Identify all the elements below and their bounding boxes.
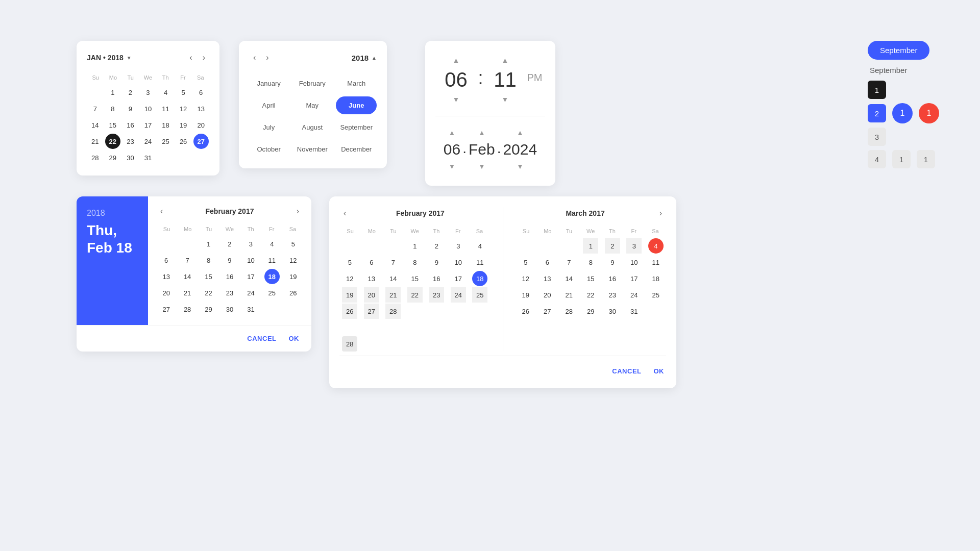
day-4[interactable]: 4 (158, 85, 174, 100)
left-day-2[interactable]: 2 (429, 238, 444, 254)
right-day-30[interactable]: 30 (605, 304, 620, 319)
left-day-9[interactable]: 9 (429, 255, 444, 270)
left-day-5[interactable]: 5 (342, 255, 357, 270)
right-day-14[interactable]: 14 (561, 271, 577, 286)
month-november[interactable]: November (292, 140, 332, 158)
left-day-12[interactable]: 12 (342, 271, 357, 286)
month-up-icon[interactable]: ▲ (478, 129, 485, 137)
sidebar-day-25[interactable]: 25 (264, 285, 280, 300)
september-badge[interactable]: September (868, 41, 929, 60)
day-27[interactable]: 27 (193, 134, 209, 149)
day-15[interactable]: 15 (105, 117, 120, 133)
day-9[interactable]: 9 (122, 101, 138, 116)
right-day-21[interactable]: 21 (561, 287, 577, 303)
sidebar-day-13[interactable]: 13 (159, 269, 174, 284)
month-september[interactable]: September (336, 118, 377, 136)
sidebar-day-8[interactable]: 8 (201, 253, 216, 268)
day-2[interactable]: 2 (122, 85, 138, 100)
minute-down-icon[interactable]: ▼ (502, 95, 509, 104)
left-day-10[interactable]: 10 (451, 255, 466, 270)
right-day-24[interactable]: 24 (626, 287, 642, 303)
right-day-26[interactable]: 26 (518, 304, 533, 319)
sidebar-day-14[interactable]: 14 (180, 269, 195, 284)
sidebar-day-22[interactable]: 22 (201, 285, 216, 300)
sidebar-day-29[interactable]: 29 (201, 302, 216, 317)
right-day-16[interactable]: 16 (605, 271, 620, 286)
day-20[interactable]: 20 (193, 117, 209, 133)
day-up-icon[interactable]: ▲ (449, 129, 456, 137)
year-down-icon[interactable]: ▼ (517, 162, 524, 170)
left-day-26[interactable]: 26 (342, 304, 357, 319)
month-january[interactable]: January (249, 74, 288, 92)
left-day-24[interactable]: 24 (451, 287, 466, 303)
day-23[interactable]: 23 (122, 134, 138, 149)
left-day-1[interactable]: 1 (407, 238, 423, 254)
day-13[interactable]: 13 (193, 101, 209, 116)
minute-value[interactable]: 11 (487, 68, 523, 91)
sidebar-day-1[interactable]: 1 (201, 236, 216, 252)
left-day-23[interactable]: 23 (429, 287, 444, 303)
left-day-19[interactable]: 19 (342, 287, 357, 303)
left-day-20[interactable]: 20 (364, 287, 379, 303)
sidebar-day-16[interactable]: 16 (222, 269, 237, 284)
month-march[interactable]: March (336, 74, 377, 92)
day-11[interactable]: 11 (158, 101, 174, 116)
sidebar-day-12[interactable]: 12 (285, 253, 301, 268)
left-day-16[interactable]: 16 (429, 271, 444, 286)
month-down-icon[interactable]: ▼ (478, 162, 485, 170)
month-december[interactable]: December (336, 140, 377, 158)
month-february[interactable]: February (292, 74, 332, 92)
month-june[interactable]: June (336, 96, 377, 114)
left-day-8[interactable]: 8 (407, 255, 423, 270)
left-day-11[interactable]: 11 (472, 255, 487, 270)
cal-title[interactable]: JAN • 2018 ▼ (87, 54, 132, 62)
year-title[interactable]: 2018 ▲ (352, 54, 377, 62)
left-prev-button[interactable]: ‹ (339, 207, 350, 220)
sidebar-day-28[interactable]: 28 (180, 302, 195, 317)
left-day-22[interactable]: 22 (407, 287, 423, 303)
prev-month-button[interactable]: ‹ (185, 51, 196, 64)
left-day-21[interactable]: 21 (385, 287, 401, 303)
sept-box-1[interactable]: 1 (868, 81, 886, 99)
ok-button[interactable]: OK (287, 332, 302, 345)
sidebar-day-3[interactable]: 3 (243, 236, 258, 252)
left-day-25[interactable]: 25 (472, 287, 487, 303)
left-day-28[interactable]: 28 (385, 304, 401, 319)
right-day-19[interactable]: 19 (518, 287, 533, 303)
sidebar-day-31[interactable]: 31 (243, 302, 258, 317)
sidebar-day-19[interactable]: 19 (285, 269, 301, 284)
left-day-6[interactable]: 6 (364, 255, 379, 270)
right-day-11[interactable]: 11 (648, 255, 664, 270)
sidebar-day-11[interactable]: 11 (264, 253, 280, 268)
right-day-5[interactable]: 5 (518, 255, 533, 270)
sidebar-day-4[interactable]: 4 (264, 236, 280, 252)
right-day-7[interactable]: 7 (561, 255, 577, 270)
right-day-29[interactable]: 29 (583, 304, 598, 319)
sidebar-prev-month-button[interactable]: ‹ (156, 205, 167, 218)
sidebar-day-24[interactable]: 24 (243, 285, 258, 300)
sidebar-day-6[interactable]: 6 (159, 253, 174, 268)
sidebar-day-15[interactable]: 15 (201, 269, 216, 284)
day-29[interactable]: 29 (105, 150, 120, 165)
sept-box-2[interactable]: 2 (868, 104, 886, 122)
day-14[interactable]: 14 (87, 117, 103, 133)
day-16[interactable]: 16 (122, 117, 138, 133)
month-value[interactable]: Feb (469, 141, 495, 158)
month-august[interactable]: August (292, 118, 332, 136)
left-day-18[interactable]: 18 (472, 271, 487, 286)
right-day-10[interactable]: 10 (626, 255, 642, 270)
sept-box-4[interactable]: 4 (868, 150, 886, 168)
right-day-6[interactable]: 6 (540, 255, 555, 270)
prev-year-button[interactable]: ‹ (249, 51, 260, 64)
cancel-button[interactable]: CANCEL (245, 332, 278, 345)
circle-orange-1[interactable]: 1 (919, 103, 939, 123)
sidebar-day-17[interactable]: 17 (243, 269, 258, 284)
right-day-22[interactable]: 22 (583, 287, 598, 303)
right-day-18[interactable]: 18 (648, 271, 664, 286)
right-day-27[interactable]: 27 (540, 304, 555, 319)
ampm-value[interactable]: PM (527, 72, 543, 88)
sidebar-day-18[interactable]: 18 (264, 269, 280, 284)
right-day-1[interactable]: 1 (583, 238, 598, 254)
sidebar-day-7[interactable]: 7 (180, 253, 195, 268)
day-12[interactable]: 12 (176, 101, 191, 116)
